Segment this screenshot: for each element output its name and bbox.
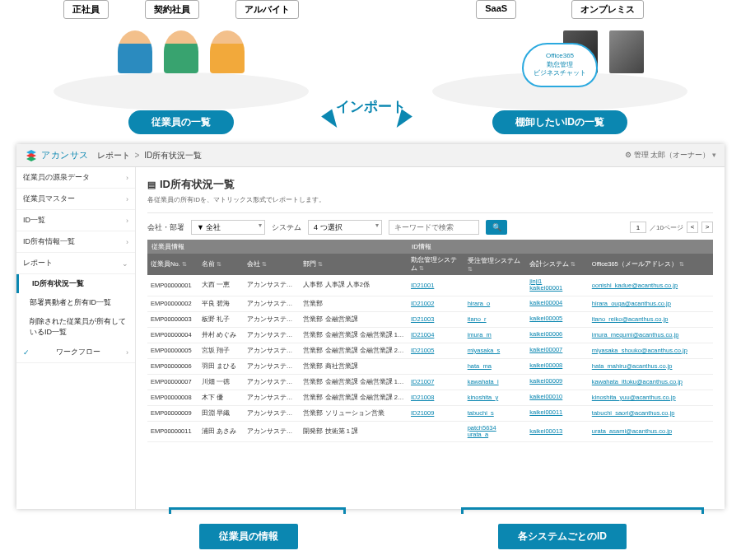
cloud-icon: Office365 勤怠管理 ビジネスチャット [522,43,598,87]
sidebar-item-idlist[interactable]: ID一覧 [16,210,135,231]
cell-empno: EMP00000009 [147,405,198,421]
id-link[interactable]: hata_mahiru@acanthus.co.jp [592,362,673,370]
cell-co: アカンサステクノ [244,311,301,327]
id-link[interactable]: imura_megumi@acanthus.co.jp [592,331,679,338]
brand-logo[interactable]: アカンサス [25,149,89,162]
cell-name: 大西 一恵 [198,275,244,296]
col-mail[interactable]: Office365（メールアドレス） [589,254,713,275]
filter-system-select[interactable]: 4 つ選択 [308,220,382,235]
col-name[interactable]: 名前 [198,254,244,275]
id-link[interactable]: imura_m [468,331,492,338]
cell-co: アカンサステクノ [244,390,301,405]
cell-dept: 営業部 ソリューション営業 [300,405,408,421]
chevron-right-icon [126,174,128,182]
col-kintai[interactable]: 勤怠管理システム [408,254,464,275]
id-link[interactable]: kaikei00010 [529,394,585,400]
page-title: ID所有状況一覧 [147,177,713,192]
pager-next-button[interactable]: > [701,222,713,233]
search-input[interactable] [389,220,479,235]
cell-juchu: kinoshita_y [464,390,527,405]
id-link[interactable]: kinoshita_yuu@acanthus.co.jp [592,394,676,401]
filter-company-select[interactable]: ▼ 全社 [191,220,265,235]
id-link[interactable]: hirara_ouga@acanthus.co.jp [592,300,671,307]
employee-avatars [45,24,317,73]
col-empno[interactable]: 従業員No. [147,254,198,275]
id-link[interactable]: kaikei00005 [529,315,585,322]
diagram: 正社員 契約社員 アルバイト 従業員の一覧 SaaS オンプレミス Office… [0,0,741,144]
cell-kintai: ID21004 [408,327,464,343]
cell-mail: kinoshita_yuu@acanthus.co.jp [589,390,713,405]
sidebar-item-idown[interactable]: ID所有情報一覧 [16,231,135,253]
id-link[interactable]: kawahata_ittoku@acanthus.co.jp [592,378,683,385]
id-link[interactable]: kaikei00006 [529,331,585,338]
cell-dept: 営業部 金融営業課 金融営業課 2 係 [300,390,408,405]
id-link[interactable]: tabuchi_s [468,409,494,417]
table-row: EMP00000008木下 優アカンサステクノ営業部 金融営業課 金融営業課 2… [147,390,713,405]
id-link[interactable]: kaikei00007 [529,347,585,353]
id-link[interactable]: ID21008 [411,394,434,401]
col-juchu[interactable]: 受注管理システム [464,254,527,275]
id-link[interactable]: kinoshita_y [468,394,499,401]
search-button[interactable]: 🔍 [486,220,507,235]
id-link[interactable]: ID21005 [411,347,434,354]
pager-prev-button[interactable]: < [687,222,698,233]
cell-juchu: tabuchi_s [464,405,527,421]
id-link[interactable]: itano_reiko@acanthus.co.jp [592,315,669,323]
id-link[interactable]: kaikei00011 [529,409,585,416]
id-link[interactable]: kaikei00008 [529,362,585,369]
id-link[interactable]: kaikei00013 [529,428,585,435]
id-link[interactable]: itano_r [468,315,487,323]
id-link[interactable]: miyasaka_shouko@acanthus.co.jp [592,347,687,354]
sidebar-item-report[interactable]: レポート [16,253,135,274]
sidebar-sub-deleted[interactable]: 削除された従業員が所有しているID一覧 [16,312,135,342]
cell-name: 田淵 早織 [198,405,244,421]
crumb-report[interactable]: レポート [97,150,130,161]
id-link[interactable]: kaikei00001 [529,285,585,292]
cell-juchu: hirara_o [464,296,527,311]
sidebar: 従業員の源泉データ 従業員マスター ID一覧 ID所有情報一覧 レポート ID所… [16,167,136,509]
cell-dept: 営業部 金融営業課 金融営業課 1 係 [300,327,408,343]
id-link[interactable]: kaikei00009 [529,378,585,385]
id-link[interactable]: ID21002 [411,300,434,307]
id-link[interactable]: urata_a [468,432,524,438]
user-menu[interactable]: 管理 太郎（オーナー） [625,150,716,161]
id-link[interactable]: ID21001 [411,282,434,289]
sidebar-item-master[interactable]: 従業員マスター [16,189,135,210]
filter-system-label: システム [272,222,301,233]
sidebar-item-workflow[interactable]: ✓ ワークフロー [16,342,135,363]
id-link[interactable]: ID21009 [411,409,434,417]
id-link[interactable]: hirara_o [468,300,491,307]
sidebar-sub-idownlist[interactable]: ID所有状況一覧 [16,274,135,293]
col-kaikei[interactable]: 会計システム [526,254,589,275]
chevron-right-icon [126,348,128,357]
cell-mail: urata_asami@acanthus.co.jp [589,421,713,442]
id-link[interactable]: kaikei00004 [529,300,585,306]
col-co[interactable]: 会社 [244,254,301,275]
id-link[interactable]: oonishi_kadue@acanthus.co.jp [592,282,678,289]
sidebar-item-source[interactable]: 従業員の源泉データ [16,167,135,189]
cell-empno: EMP00000003 [147,311,198,327]
sidebar-sub-moved[interactable]: 部署異動者と所有ID一覧 [16,293,135,312]
id-link[interactable]: miyasaka_s [468,347,501,354]
id-link[interactable]: ID21004 [411,331,434,338]
col-dept[interactable]: 部門 [300,254,408,275]
brand-name: アカンサス [41,149,89,161]
cell-kintai: ID21001 [408,275,464,296]
server-icon [609,30,644,73]
main-panel: ID所有状況一覧 各従業員の所有IDを、マトリックス形式でレポートします。 会社… [136,167,725,509]
cell-empno: EMP00000001 [147,275,198,296]
cell-co: アカンサステクノ [244,358,301,374]
id-link[interactable]: hata_ma [468,362,492,370]
brace-icon [169,507,346,516]
cell-juchu: kawahata_i [464,374,527,390]
id-link[interactable]: urata_asami@acanthus.co.jp [592,427,672,435]
page-hint: 各従業員の所有IDを、マトリックス形式でレポートします。 [147,195,713,204]
pager-page-input[interactable] [630,222,646,233]
system-type-labels: SaaS オンプレミス [424,0,696,19]
id-link[interactable]: tabuchi_saori@acanthus.co.jp [592,409,675,417]
id-link[interactable]: ID21007 [411,378,434,385]
id-link[interactable]: ID21003 [411,315,434,323]
cell-co: アカンサステクノ [244,405,301,421]
id-link[interactable]: kawahata_i [468,378,499,385]
col-group-id: ID情報 [408,240,713,254]
